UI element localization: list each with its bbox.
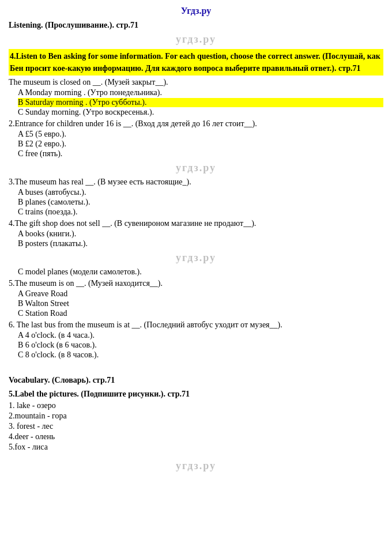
vocab-item-3: 3. forest - лес — [9, 422, 383, 431]
site-header: Угдз.ру — [9, 6, 383, 16]
question-4: 4.The gift shop does not sell __. (В сув… — [9, 219, 383, 248]
q6-text-en: 6. The last bus from the museum is at __… — [9, 320, 144, 329]
q5-option-b: B Walton Street — [18, 299, 383, 308]
q6-option-c: C 8 o'clock. (в 8 часов.). — [18, 350, 383, 360]
section1-title: Listening. (Прослушивание.). стр.71 — [9, 21, 383, 30]
q4-text-ru: (В сувенироном магазине не продают__). — [114, 219, 256, 228]
q5-option-a: A Greave Road — [18, 289, 383, 299]
q6-text-ru: (Последний автобус уходит от музея__). — [144, 320, 282, 329]
q2-option-c: C free (пять). — [18, 149, 383, 158]
question-1: The museum is closed on __. (Музей закры… — [9, 78, 383, 117]
task4-instruction: 4.Listen to Ben asking for some informat… — [9, 49, 383, 76]
q1-option-a: A Monday morning . (Утро понедельника). — [18, 88, 383, 97]
q5-text-en: 5.The museum is on __. — [9, 279, 88, 288]
task4-instruction-en: 4.Listen to Ben asking for some informat… — [10, 52, 322, 61]
q3-option-a: A buses (автобусы.). — [18, 188, 383, 197]
vocab-title: Vocabulary. (Словарь). стр.71 — [9, 367, 383, 385]
watermark-1: угдз.ру — [9, 33, 383, 46]
q5-text-ru: (Музей находится__). — [88, 279, 163, 288]
question-2: 2.Entrance for children under 16 is __. … — [9, 119, 383, 158]
watermark-2: угдз.ру — [9, 162, 383, 174]
question-5: 5.The museum is on __. (Музей находится_… — [9, 279, 383, 318]
q4-option-b: B posters (плакаты.). — [18, 239, 383, 248]
q2-option-a: A £5 (5 евро.). — [18, 130, 383, 139]
q1-text-ru: (Музей закрыт__). — [105, 78, 168, 86]
watermark-3: угдз.ру — [9, 252, 383, 264]
question-3: 3.The museum has real __. (В музее есть … — [9, 178, 383, 217]
q3-text-en: 3.The museum has real __. — [9, 178, 96, 186]
q1-option-b: B Saturday morning . (Утро субботы.). — [18, 98, 383, 107]
q3-option-b: B planes (самолеты.). — [18, 198, 383, 207]
vocab-item-5: 5.fox - лиса — [9, 443, 383, 452]
vocab-list: 1. lake - озеро 2.mountain - гора 3. for… — [9, 401, 383, 452]
vocab-item-2: 2.mountain - гора — [9, 412, 383, 421]
site-title: Угдз.ру — [9, 6, 383, 16]
vocab-section: Vocabulary. (Словарь). стр.71 5.Label th… — [9, 367, 383, 452]
q2-text-ru: (Вход для детей до 16 лет стоит__). — [135, 119, 257, 128]
q3-text-ru: (В музее есть настоящие_). — [97, 178, 191, 186]
q4-text-en: 4.The gift shop does not sell __. — [9, 219, 114, 228]
vocab-item-4: 4.deer - олень — [9, 432, 383, 441]
q1-option-c: C Sunday morning. (Утро воскресенья.). — [18, 108, 383, 117]
q6-option-a: A 4 o'clock. (в 4 часа.). — [18, 331, 383, 340]
vocab-item-1: 1. lake - озеро — [9, 401, 383, 410]
q2-text-en: 2.Entrance for children under 16 is __. — [9, 119, 133, 128]
task5-instruction: 5.Label the pictures. (Подпишите рисунки… — [9, 390, 383, 399]
q1-text-en: The museum is closed on __. — [9, 78, 105, 86]
question-4-option-c: C model planes (модели самолетов.). — [18, 267, 383, 277]
q4-option-a: A books (книги.). — [18, 229, 383, 239]
question-6: 6. The last bus from the museum is at __… — [9, 320, 383, 360]
q3-option-c: C trains (поезда.). — [18, 207, 383, 217]
q5-option-c: C Station Road — [18, 309, 383, 318]
q2-option-b: B £2 (2 евро.). — [18, 139, 383, 149]
q6-option-b: B 6 o'clock (в 6 часов.). — [18, 341, 383, 350]
watermark-4: угдз.ру — [9, 460, 383, 472]
